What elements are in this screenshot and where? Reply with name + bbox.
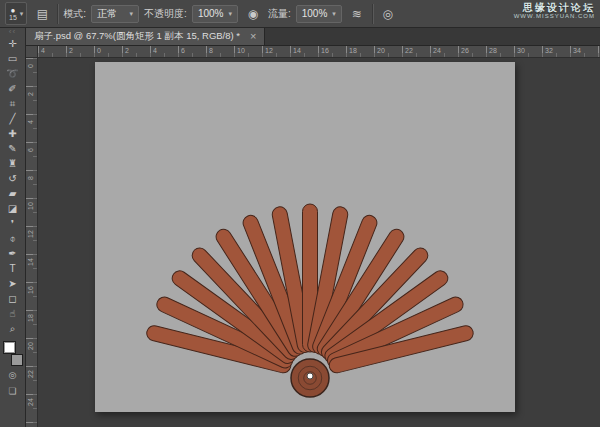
flow-value: 100% <box>302 8 328 19</box>
ruler-tick-label: 34 <box>571 47 581 54</box>
ruler-tick-label: 8 <box>207 47 213 54</box>
gradient-tool-icon[interactable]: ◪ <box>2 201 24 216</box>
ruler-tick-label: 4 <box>39 47 45 54</box>
brush-panel-toggle-icon[interactable]: ▤ <box>32 4 52 24</box>
ruler-tick-label: 4 <box>27 116 37 128</box>
ruler-tick-label: 2 <box>123 47 129 54</box>
marquee-tool-icon[interactable]: ▭ <box>2 51 24 66</box>
options-bar: ● 15 ▾ ▤ 模式: 正常 ▾ 不透明度: 100% ▾ ◉ 流量: 100… <box>0 0 600 28</box>
hand-tool-icon[interactable]: ☝ <box>2 306 24 321</box>
opacity-label: 不透明度: <box>144 7 187 21</box>
tools-panel: ‹‹ ✛▭➰✐⌗╱✚✎♜↺▰◪❜⌽✒T➤◻☝⌕ ◎❏ <box>0 28 26 427</box>
mode-value: 正常 <box>97 7 117 21</box>
divider <box>57 4 58 24</box>
type-tool-icon[interactable]: T <box>2 261 24 276</box>
brush-size-value: 15 <box>9 14 17 21</box>
ruler-tick-label: 4 <box>151 47 157 54</box>
brush-tool-icon[interactable]: ✎ <box>2 141 24 156</box>
screen-mode-button-icon[interactable]: ❏ <box>2 384 24 398</box>
opacity-select[interactable]: 100% ▾ <box>192 5 238 23</box>
dodge-tool-icon[interactable]: ⌽ <box>2 231 24 246</box>
ruler-tick-label: 0 <box>95 47 101 54</box>
clone-stamp-tool-icon[interactable]: ♜ <box>2 156 24 171</box>
history-brush-tool-icon[interactable]: ↺ <box>2 171 24 186</box>
ruler-tick-label: 0 <box>27 60 37 72</box>
ruler-tick-label: 32 <box>543 47 553 54</box>
close-icon[interactable]: × <box>250 31 256 42</box>
ruler-tick-label: 18 <box>27 312 37 324</box>
quick-mask-button-icon[interactable]: ◎ <box>2 368 24 382</box>
tab-bar: 扇子.psd @ 67.7%(圆角矩形 1 副本 15, RGB/8) * × <box>26 28 600 46</box>
crop-tool-icon[interactable]: ⌗ <box>2 96 24 111</box>
brush-tip-icon: ● <box>10 7 15 14</box>
tools-footer: ◎❏ <box>2 366 24 398</box>
mode-select[interactable]: 正常 ▾ <box>91 5 139 23</box>
tool-preset-picker[interactable]: ● 15 ▾ <box>5 2 27 25</box>
chevron-down-icon: ▾ <box>130 10 134 18</box>
foreground-color-swatch[interactable] <box>3 341 16 354</box>
pen-tool-icon[interactable]: ✒ <box>2 246 24 261</box>
background-color-swatch[interactable] <box>11 354 23 366</box>
pressure-opacity-icon[interactable]: ◉ <box>243 4 263 24</box>
ruler-tick-label: 20 <box>27 340 37 352</box>
ruler-tick-label: 14 <box>27 256 37 268</box>
pressure-size-icon[interactable]: ◎ <box>378 4 398 24</box>
ruler-tick-label: 8 <box>27 172 37 184</box>
flow-label: 流量: <box>268 7 291 21</box>
fan-artwork <box>95 62 515 412</box>
eyedropper-tool-icon[interactable]: ╱ <box>2 111 24 126</box>
ruler-origin-corner[interactable] <box>26 46 38 58</box>
airbrush-icon[interactable]: ≋ <box>347 4 367 24</box>
ruler-tick-label: 18 <box>347 47 357 54</box>
panel-grip[interactable]: ‹‹ <box>9 29 16 36</box>
ruler-tick-label: 22 <box>403 47 413 54</box>
shape-tool-icon[interactable]: ◻ <box>2 291 24 306</box>
ruler-tick-label: 10 <box>27 200 37 212</box>
ruler-tick-label: 6 <box>27 144 37 156</box>
ruler-tick-label: 12 <box>263 47 273 54</box>
ruler-tick-label: 16 <box>27 284 37 296</box>
color-swatches <box>2 341 24 366</box>
vertical-ruler[interactable]: 024681012141618202224 <box>26 58 38 427</box>
ruler-tick-label: 14 <box>291 47 301 54</box>
quick-selection-tool-icon[interactable]: ✐ <box>2 81 24 96</box>
opacity-value: 100% <box>198 8 224 19</box>
ruler-tick-label: 6 <box>179 47 185 54</box>
eraser-tool-icon[interactable]: ▰ <box>2 186 24 201</box>
mode-label: 模式: <box>63 7 86 21</box>
ruler-tick-label: 2 <box>67 47 73 54</box>
ruler-tick-label: 22 <box>27 368 37 380</box>
horizontal-ruler[interactable]: 42024681012141618202224262830323436 <box>38 46 600 58</box>
ruler-tick-label: 2 <box>27 88 37 100</box>
ruler-tick-label: 20 <box>375 47 385 54</box>
ruler-tick-label: 30 <box>515 47 525 54</box>
document-tab[interactable]: 扇子.psd @ 67.7%(圆角矩形 1 副本 15, RGB/8) * × <box>26 28 265 45</box>
zoom-tool-icon[interactable]: ⌕ <box>2 321 24 336</box>
ruler-tick-label: 28 <box>487 47 497 54</box>
divider <box>372 4 373 24</box>
blur-tool-icon[interactable]: ❜ <box>2 216 24 231</box>
flow-select[interactable]: 100% ▾ <box>296 5 342 23</box>
ruler-tick-label: 26 <box>459 47 469 54</box>
chevron-down-icon: ▾ <box>20 10 24 18</box>
ruler-tick-label: 16 <box>319 47 329 54</box>
photoshop-window: ● 15 ▾ ▤ 模式: 正常 ▾ 不透明度: 100% ▾ ◉ 流量: 100… <box>0 0 600 427</box>
tools-list: ✛▭➰✐⌗╱✚✎♜↺▰◪❜⌽✒T➤◻☝⌕ <box>2 36 24 336</box>
path-selection-tool-icon[interactable]: ➤ <box>2 276 24 291</box>
canvas-area[interactable] <box>38 58 600 427</box>
move-tool-icon[interactable]: ✛ <box>2 36 24 51</box>
healing-brush-tool-icon[interactable]: ✚ <box>2 126 24 141</box>
document-tab-title: 扇子.psd @ 67.7%(圆角矩形 1 副本 15, RGB/8) * <box>34 30 240 43</box>
chevron-down-icon: ▾ <box>228 10 232 18</box>
lasso-tool-icon[interactable]: ➰ <box>2 66 24 81</box>
ruler-tick-label: 10 <box>235 47 245 54</box>
ruler-tick-label: 24 <box>27 396 37 408</box>
chevron-down-icon: ▾ <box>332 10 336 18</box>
document-canvas[interactable] <box>95 62 515 412</box>
ruler-tick-label: 12 <box>27 228 37 240</box>
ruler-tick-label: 24 <box>431 47 441 54</box>
